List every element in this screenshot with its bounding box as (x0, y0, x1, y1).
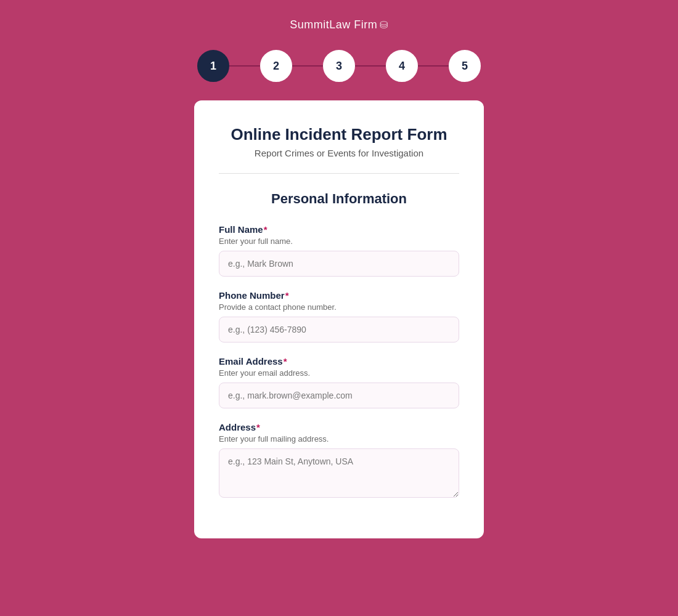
step-connector-1-2 (229, 65, 260, 67)
brand-name: SummitLaw Firm (290, 18, 377, 31)
field-hint-email-address: Enter your email address. (219, 368, 459, 378)
step-connector-2-3 (292, 65, 323, 67)
step-5[interactable]: 5 (449, 50, 481, 82)
step-1[interactable]: 1 (197, 50, 229, 82)
field-group-phone-number: Phone Number* Provide a contact phone nu… (219, 290, 459, 342)
field-label-phone-number: Phone Number* (219, 290, 459, 301)
progress-stepper: 1 2 3 4 5 (197, 50, 481, 82)
form-title: Online Incident Report Form (219, 125, 459, 144)
step-connector-4-5 (418, 65, 449, 67)
site-header: SummitLaw Firm ⛁ (290, 18, 388, 31)
brand-icon: ⛁ (380, 19, 388, 31)
phone-number-input[interactable] (219, 317, 459, 342)
email-address-input[interactable] (219, 383, 459, 408)
field-label-address: Address* (219, 422, 459, 432)
field-hint-full-name: Enter your full name. (219, 237, 459, 246)
field-hint-phone-number: Provide a contact phone number. (219, 302, 459, 312)
step-4[interactable]: 4 (386, 50, 418, 82)
form-divider (219, 173, 459, 174)
field-group-address: Address* Enter your full mailing address… (219, 422, 459, 500)
field-hint-address: Enter your full mailing address. (219, 434, 459, 444)
field-label-email-address: Email Address* (219, 356, 459, 367)
field-group-email-address: Email Address* Enter your email address. (219, 356, 459, 408)
address-input[interactable] (219, 448, 459, 498)
step-2[interactable]: 2 (260, 50, 292, 82)
section-title: Personal Information (219, 191, 459, 207)
full-name-input[interactable] (219, 251, 459, 277)
step-connector-3-4 (355, 65, 386, 67)
form-card: Online Incident Report Form Report Crime… (194, 100, 484, 538)
form-subtitle: Report Crimes or Events for Investigatio… (219, 148, 459, 158)
field-label-full-name: Full Name* (219, 224, 459, 235)
field-group-full-name: Full Name* Enter your full name. (219, 224, 459, 277)
step-3[interactable]: 3 (323, 50, 355, 82)
